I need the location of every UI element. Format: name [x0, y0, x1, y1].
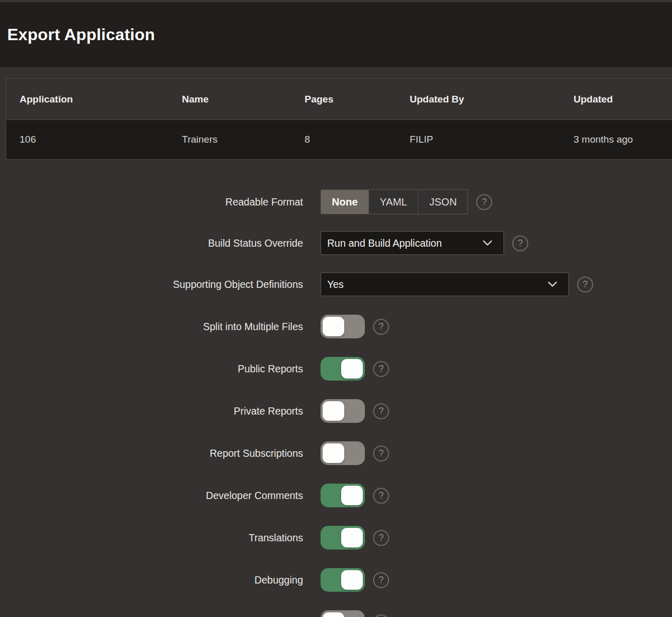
help-icon[interactable]: ?	[577, 277, 593, 293]
column-header-application: Application	[20, 94, 182, 105]
toggle-knob	[323, 443, 344, 463]
readable-format-button-group: None YAML JSON	[321, 190, 468, 214]
build-status-override-select[interactable]: Run and Build Application	[321, 231, 504, 255]
readable-format-row: Readable Format None YAML JSON ?	[0, 190, 672, 214]
field-label-readable-format: Readable Format	[0, 196, 303, 208]
toggle-knob	[341, 528, 363, 547]
field-label-translations: Translations	[0, 532, 303, 544]
help-icon[interactable]: ?	[512, 235, 528, 251]
export-options-form: Readable Format None YAML JSON ? Build S…	[0, 190, 672, 617]
private-reports-toggle[interactable]	[321, 399, 365, 423]
supporting-object-definitions-select[interactable]: Yes	[321, 272, 569, 296]
field-label-split-multiple-files: Split into Multiple Files	[0, 321, 303, 333]
help-icon[interactable]: ?	[373, 319, 389, 335]
column-header-updated-by: Updated By	[410, 94, 574, 105]
debugging-row: Debugging ?	[0, 568, 672, 592]
build-status-override-value: Run and Build Application	[327, 237, 442, 249]
build-status-override-row: Build Status Override Run and Build Appl…	[0, 231, 672, 255]
debugging-toggle[interactable]	[321, 568, 365, 592]
readable-format-option-json[interactable]: JSON	[418, 190, 467, 214]
original-ids-toggle[interactable]	[321, 610, 365, 617]
help-icon[interactable]: ?	[373, 403, 389, 419]
supporting-object-definitions-row: Supporting Object Definitions Yes ?	[0, 272, 672, 297]
field-label-build-status-override: Build Status Override	[0, 237, 303, 249]
report-subscriptions-row: Report Subscriptions ?	[0, 441, 672, 466]
supporting-object-definitions-value: Yes	[327, 279, 344, 290]
chevron-down-icon	[483, 241, 492, 246]
help-icon[interactable]: ?	[373, 488, 389, 504]
help-icon[interactable]: ?	[373, 361, 389, 377]
toggle-knob	[323, 401, 344, 421]
toggle-knob	[341, 486, 363, 505]
field-label-developer-comments: Developer Comments	[0, 490, 303, 502]
field-label-private-reports: Private Reports	[0, 405, 303, 417]
column-header-updated: Updated	[574, 94, 672, 105]
translations-toggle[interactable]	[321, 526, 365, 550]
cell-application-id: 106	[20, 134, 182, 145]
field-label-report-subscriptions: Report Subscriptions	[0, 448, 303, 459]
column-header-pages: Pages	[305, 94, 410, 105]
table-header-row: Application Name Pages Updated By Update…	[6, 79, 672, 120]
help-icon[interactable]: ?	[373, 530, 389, 546]
split-multiple-files-row: Split into Multiple Files ?	[0, 314, 672, 339]
help-icon[interactable]: ?	[373, 572, 389, 588]
cell-application-name: Trainers	[182, 134, 305, 145]
help-icon[interactable]: ?	[373, 445, 389, 461]
page-title: Export Application	[7, 25, 155, 44]
field-label-public-reports: Public Reports	[0, 363, 303, 375]
toggle-knob	[341, 570, 363, 590]
toggle-knob	[341, 359, 363, 379]
readable-format-option-none[interactable]: None	[321, 190, 368, 214]
toggle-knob	[323, 317, 344, 336]
translations-row: Translations ?	[0, 525, 672, 550]
field-label-supporting-object-definitions: Supporting Object Definitions	[0, 279, 303, 290]
split-multiple-files-toggle[interactable]	[321, 315, 365, 338]
column-header-name: Name	[182, 94, 305, 105]
original-ids-row: Original IDs ?	[0, 610, 672, 617]
help-icon[interactable]: ?	[373, 614, 389, 617]
cell-pages: 8	[305, 134, 410, 145]
chevron-down-icon	[548, 282, 557, 287]
dialog-header: Export Application	[0, 2, 672, 67]
public-reports-toggle[interactable]	[321, 357, 365, 381]
table-row[interactable]: 106 Trainers 8 FILIP 3 months ago	[6, 120, 672, 159]
report-subscriptions-toggle[interactable]	[321, 441, 365, 465]
toggle-knob	[323, 612, 344, 617]
help-icon[interactable]: ?	[476, 194, 492, 210]
private-reports-row: Private Reports ?	[0, 399, 672, 423]
cell-updated: 3 months ago	[574, 134, 672, 145]
public-reports-row: Public Reports ?	[0, 356, 672, 381]
readable-format-option-yaml[interactable]: YAML	[368, 190, 418, 214]
developer-comments-toggle[interactable]	[321, 484, 365, 507]
application-table: Application Name Pages Updated By Update…	[6, 78, 672, 160]
developer-comments-row: Developer Comments ?	[0, 483, 672, 508]
field-label-debugging: Debugging	[0, 574, 303, 586]
cell-updated-by: FILIP	[410, 134, 574, 145]
